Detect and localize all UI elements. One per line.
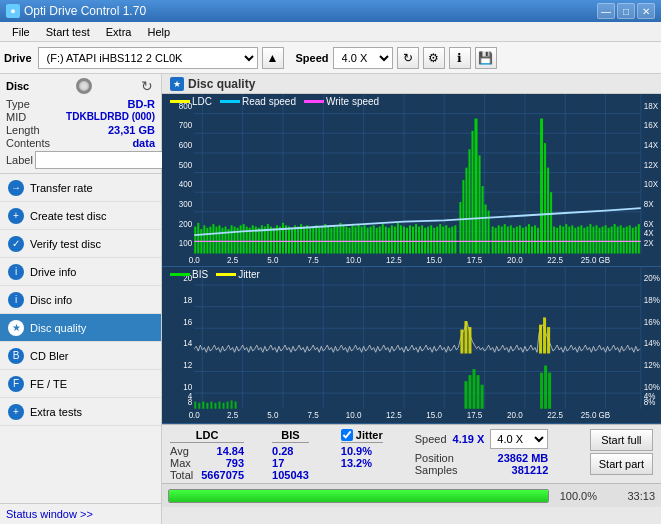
sidebar-item-extra-tests[interactable]: + Extra tests <box>0 398 161 426</box>
svg-rect-154 <box>507 227 509 254</box>
jitter-header: Jitter <box>356 429 383 441</box>
label-input[interactable] <box>35 151 168 169</box>
menu-start-test[interactable]: Start test <box>38 24 98 40</box>
settings-button[interactable]: ⚙ <box>423 47 445 69</box>
svg-rect-55 <box>215 227 217 254</box>
start-part-button[interactable]: Start part <box>590 453 653 475</box>
bottom-chart-legend: BIS Jitter <box>170 269 260 280</box>
svg-rect-133 <box>409 225 411 253</box>
close-button[interactable]: ✕ <box>637 3 655 19</box>
disc-panel: Disc ↻ Type BD-R MID TDKBLDRBD (000) Len… <box>0 74 161 174</box>
refresh-button[interactable]: ↻ <box>397 47 419 69</box>
svg-text:18%: 18% <box>644 294 660 305</box>
svg-rect-118 <box>462 180 464 254</box>
svg-rect-60 <box>231 225 233 253</box>
info-button[interactable]: ℹ <box>449 47 471 69</box>
svg-rect-106 <box>370 227 372 254</box>
svg-rect-64 <box>243 224 245 253</box>
max-label: Max <box>170 457 191 469</box>
bis-avg: 0.28 <box>272 445 293 457</box>
svg-rect-177 <box>589 224 591 253</box>
cd-bler-icon: B <box>8 348 24 364</box>
progress-bar-container <box>168 489 549 503</box>
svg-rect-163 <box>534 225 536 253</box>
drive-select[interactable]: (F:) ATAPI iHBS112 2 CL0K <box>38 47 258 69</box>
jitter-checkbox[interactable] <box>341 429 353 441</box>
maximize-button[interactable]: □ <box>617 3 635 19</box>
speed-combo-select[interactable]: 4.0 X <box>490 429 548 449</box>
legend-read-speed: Read speed <box>242 96 296 107</box>
svg-rect-165 <box>553 227 555 254</box>
eject-button[interactable]: ▲ <box>262 47 284 69</box>
content-area: ★ Disc quality LDC Read speed <box>162 74 661 524</box>
svg-rect-136 <box>418 227 420 254</box>
svg-rect-166 <box>556 228 558 254</box>
svg-rect-149 <box>492 227 494 254</box>
svg-rect-131 <box>403 227 405 254</box>
legend-jitter: Jitter <box>238 269 260 280</box>
svg-rect-180 <box>598 228 600 254</box>
svg-rect-146 <box>448 228 450 254</box>
svg-rect-167 <box>559 225 561 253</box>
svg-text:700: 700 <box>179 120 192 131</box>
svg-rect-114 <box>394 227 396 254</box>
svg-rect-80 <box>291 228 293 254</box>
sidebar-item-verify-test-disc[interactable]: ✓ Verify test disc <box>0 230 161 258</box>
status-window-toggle[interactable]: Status window >> <box>0 503 161 524</box>
svg-text:20.0: 20.0 <box>507 410 523 421</box>
speed-select[interactable]: 4.0 X <box>333 47 393 69</box>
svg-rect-100 <box>352 225 354 253</box>
progress-bar-fill <box>169 490 548 502</box>
svg-rect-156 <box>513 228 515 254</box>
minimize-button[interactable]: — <box>597 3 615 19</box>
svg-rect-193 <box>638 224 640 253</box>
svg-rect-179 <box>595 225 597 253</box>
nav-label-transfer-rate: Transfer rate <box>30 182 93 194</box>
save-button[interactable]: 💾 <box>475 47 497 69</box>
svg-rect-82 <box>297 227 299 254</box>
svg-text:12%: 12% <box>644 359 660 370</box>
svg-rect-245 <box>222 403 224 409</box>
svg-rect-159 <box>522 228 524 254</box>
svg-rect-184 <box>611 227 613 254</box>
sidebar-item-transfer-rate[interactable]: → Transfer rate <box>0 174 161 202</box>
sidebar-item-cd-bler[interactable]: B CD Bler <box>0 342 161 370</box>
svg-rect-148 <box>454 225 456 253</box>
samples-label: Samples <box>415 464 458 476</box>
disc-refresh-button[interactable]: ↻ <box>139 78 155 94</box>
sidebar-item-disc-quality[interactable]: ★ Disc quality <box>0 314 161 342</box>
start-buttons: Start full Start part <box>590 429 653 475</box>
menu-help[interactable]: Help <box>139 24 178 40</box>
speed-stats: Speed 4.19 X 4.0 X Position 23862 MB Sam… <box>415 429 549 476</box>
mid-value: TDKBLDRBD (000) <box>66 111 155 123</box>
svg-rect-96 <box>339 223 341 254</box>
sidebar-item-fe-te[interactable]: F FE / TE <box>0 370 161 398</box>
svg-rect-116 <box>400 225 402 253</box>
ldc-stats: LDC Avg 14.84 Max 793 Total 5667075 <box>170 429 244 481</box>
start-full-button[interactable]: Start full <box>590 429 653 451</box>
top-chart: LDC Read speed Write speed <box>162 94 661 267</box>
sidebar-item-create-test-disc[interactable]: + Create test disc <box>0 202 161 230</box>
svg-text:4%: 4% <box>644 390 656 401</box>
svg-rect-128 <box>544 143 546 253</box>
status-label: Status window >> <box>6 508 93 520</box>
nav-label-create-test: Create test disc <box>30 210 106 222</box>
sidebar-item-disc-info[interactable]: i Disc info <box>0 286 161 314</box>
svg-rect-119 <box>465 168 467 254</box>
transfer-rate-icon: → <box>8 180 24 196</box>
svg-text:5.0: 5.0 <box>267 410 278 421</box>
svg-rect-168 <box>562 227 564 254</box>
label-field-label: Label <box>6 154 33 166</box>
legend-ldc: LDC <box>192 96 212 107</box>
svg-rect-134 <box>412 227 414 254</box>
svg-text:16%: 16% <box>644 316 660 327</box>
svg-rect-247 <box>231 400 233 408</box>
menu-file[interactable]: File <box>4 24 38 40</box>
menu-extra[interactable]: Extra <box>98 24 140 40</box>
svg-rect-115 <box>397 223 399 254</box>
svg-rect-92 <box>327 227 329 254</box>
svg-rect-171 <box>571 225 573 253</box>
svg-rect-107 <box>373 225 375 253</box>
svg-rect-137 <box>421 225 423 253</box>
sidebar-item-drive-info[interactable]: i Drive info <box>0 258 161 286</box>
